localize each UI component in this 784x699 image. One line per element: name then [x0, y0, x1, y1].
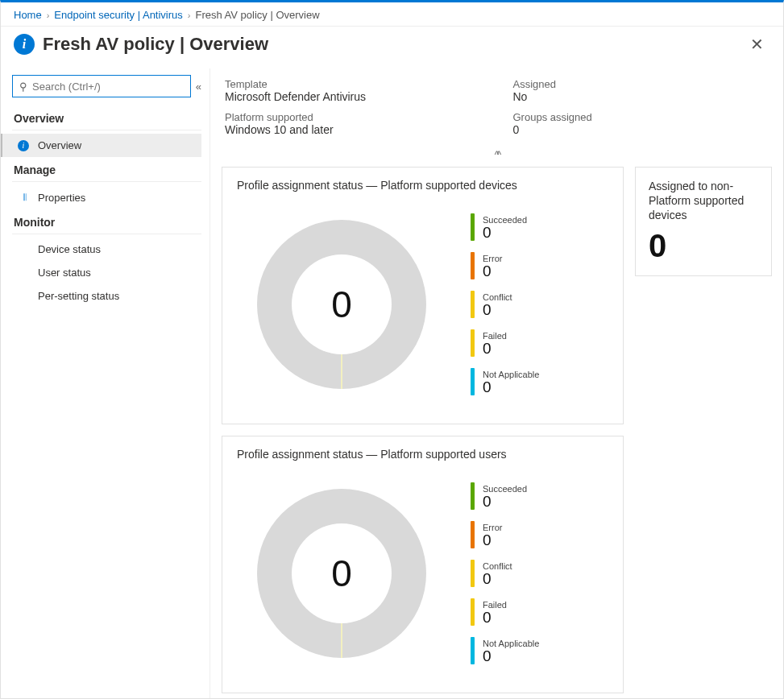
sidebar-item-label: Per-setting status — [38, 290, 119, 302]
title-bar: i Fresh AV policy | Overview ✕ — [1, 27, 783, 68]
close-button[interactable]: ✕ — [744, 31, 770, 57]
side-card-title: Assigned to non-Platform supported devic… — [649, 179, 758, 223]
info-icon: i — [14, 34, 35, 55]
essentials-label: Template — [225, 78, 481, 90]
breadcrumb-home[interactable]: Home — [14, 9, 42, 21]
sidebar-item-label: User status — [38, 267, 91, 279]
legend-color-bar — [471, 560, 475, 587]
legend-label: Failed — [483, 331, 507, 341]
side-card-value: 0 — [649, 228, 758, 264]
legend-color-bar — [471, 291, 475, 318]
essentials-value: Windows 10 and later — [225, 123, 481, 136]
sidebar-item-per-setting-status[interactable]: Per-setting status — [12, 284, 201, 308]
legend-value: 0 — [483, 341, 507, 356]
card-title: Profile assignment status — Platform sup… — [237, 179, 608, 192]
legend-item: Failed0 — [471, 598, 539, 626]
breadcrumb-current: Fresh AV policy | Overview — [195, 9, 319, 21]
legend-item: Error0 — [471, 252, 539, 279]
legend-label: Error — [483, 523, 502, 532]
legend-label: Failed — [483, 600, 507, 610]
essentials-value: 0 — [513, 123, 769, 136]
legend-item: Error0 — [471, 521, 539, 548]
breadcrumb-endpoint-security[interactable]: Endpoint security | Antivirus — [54, 9, 182, 21]
legend-item: Not Applicable0 — [471, 637, 539, 664]
legend-color-bar — [471, 521, 475, 548]
essentials-label: Groups assigned — [513, 111, 769, 123]
sidebar: ⚲ « Overview i Overview Manage ⦀ Propert… — [1, 68, 210, 699]
legend-value: 0 — [483, 302, 512, 317]
legend-value: 0 — [483, 494, 527, 509]
legend-value: 0 — [483, 225, 527, 240]
sidebar-item-label: Properties — [38, 192, 85, 204]
donut-chart-users: 0 — [237, 469, 446, 678]
nav-group-monitor: Monitor — [12, 209, 201, 234]
donut-total: 0 — [237, 200, 446, 409]
sidebar-item-overview[interactable]: i Overview — [1, 134, 201, 157]
legend-label: Succeeded — [483, 484, 527, 494]
legend-value: 0 — [483, 571, 512, 586]
legend-users: Succeeded0Error0Conflict0Failed0Not Appl… — [471, 482, 539, 664]
status-card-devices: Profile assignment status — Platform sup… — [222, 167, 624, 424]
chevron-right-icon: › — [47, 10, 50, 20]
sidebar-item-label: Overview — [38, 139, 81, 151]
legend-color-bar — [471, 598, 475, 626]
legend-item: Succeeded0 — [471, 213, 539, 241]
legend-value: 0 — [483, 379, 539, 395]
essentials-panel: Template Microsoft Defender Antivirus Pl… — [225, 78, 769, 144]
info-icon: i — [17, 140, 30, 151]
legend-value: 0 — [483, 648, 539, 664]
legend-label: Error — [483, 254, 502, 263]
collapse-essentials-button[interactable]: ^^ — [222, 149, 772, 160]
legend-label: Succeeded — [483, 215, 527, 225]
donut-chart-devices: 0 — [237, 200, 446, 409]
legend-item: Succeeded0 — [471, 482, 539, 510]
legend-item: Conflict0 — [471, 560, 539, 587]
status-card-users: Profile assignment status — Platform sup… — [222, 436, 624, 693]
nav-group-overview: Overview — [12, 105, 201, 130]
legend-label: Conflict — [483, 292, 512, 302]
legend-item: Failed0 — [471, 329, 539, 357]
search-icon: ⚲ — [19, 81, 27, 93]
legend-value: 0 — [483, 610, 507, 625]
legend-item: Conflict0 — [471, 291, 539, 318]
legend-value: 0 — [483, 263, 502, 279]
essentials-label: Assigned — [513, 78, 769, 90]
essentials-label: Platform supported — [225, 111, 481, 123]
breadcrumb: Home › Endpoint security | Antivirus › F… — [1, 2, 783, 27]
legend-label: Conflict — [483, 561, 512, 571]
search-input[interactable] — [32, 81, 184, 93]
legend-color-bar — [471, 482, 475, 510]
essentials-value: Microsoft Defender Antivirus — [225, 90, 481, 103]
sidebar-item-label: Device status — [38, 243, 101, 255]
main-content: Template Microsoft Defender Antivirus Pl… — [210, 68, 783, 699]
card-title: Profile assignment status — Platform sup… — [237, 448, 608, 461]
nav-group-manage: Manage — [12, 157, 201, 182]
sidebar-item-user-status[interactable]: User status — [12, 261, 201, 284]
collapse-sidebar-button[interactable]: « — [196, 81, 201, 93]
side-card-non-platform[interactable]: Assigned to non-Platform supported devic… — [635, 167, 772, 276]
search-box[interactable]: ⚲ — [12, 75, 191, 97]
legend-value: 0 — [483, 532, 502, 548]
legend-item: Not Applicable0 — [471, 368, 539, 395]
legend-label: Not Applicable — [483, 370, 539, 379]
page-title: Fresh AV policy | Overview — [43, 34, 744, 55]
donut-total: 0 — [237, 469, 446, 678]
legend-label: Not Applicable — [483, 639, 539, 648]
legend-color-bar — [471, 213, 475, 241]
legend-color-bar — [471, 637, 475, 664]
legend-devices: Succeeded0Error0Conflict0Failed0Not Appl… — [471, 213, 539, 395]
sliders-icon: ⦀ — [17, 191, 30, 204]
sidebar-item-properties[interactable]: ⦀ Properties — [12, 185, 201, 209]
legend-color-bar — [471, 368, 475, 395]
legend-color-bar — [471, 329, 475, 357]
essentials-value: No — [513, 90, 769, 103]
chevron-right-icon: › — [188, 10, 191, 20]
legend-color-bar — [471, 252, 475, 279]
sidebar-item-device-status[interactable]: Device status — [12, 238, 201, 261]
